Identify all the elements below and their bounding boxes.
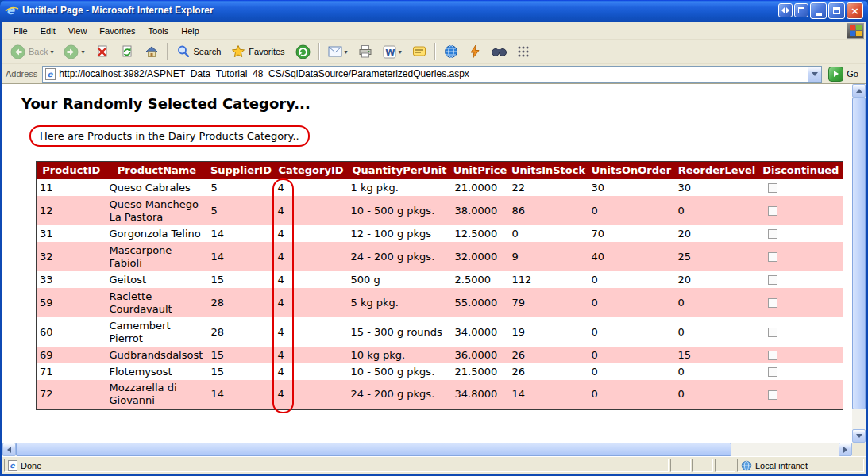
status-page-icon: e bbox=[8, 460, 17, 471]
discontinued-checkbox bbox=[768, 183, 777, 193]
cell-productname: Flotemysost bbox=[106, 363, 208, 380]
menu-item-edit[interactable]: Edit bbox=[34, 24, 62, 38]
cell-productname: Camembert Pierrot bbox=[106, 317, 208, 347]
cell-supplierid: 14 bbox=[208, 242, 275, 271]
menu-item-file[interactable]: File bbox=[7, 24, 34, 38]
cell-unitsinstock: 9 bbox=[509, 242, 588, 271]
forward-button[interactable]: ▾ bbox=[59, 41, 89, 62]
browser-window: e Untitled Page - Microsoft Internet Exp… bbox=[0, 0, 868, 476]
go-arrow-icon bbox=[828, 67, 843, 82]
cell-unitsinstock: 79 bbox=[509, 288, 588, 317]
cell-categoryid: 4 bbox=[275, 363, 348, 380]
stop-button[interactable] bbox=[91, 41, 114, 62]
minimize-button[interactable] bbox=[810, 2, 827, 19]
cell-unitsonorder: 30 bbox=[588, 179, 675, 196]
title-extra-arrows-button[interactable] bbox=[778, 3, 793, 17]
go-button[interactable]: Go bbox=[827, 65, 862, 83]
vertical-scroll-thumb[interactable] bbox=[852, 98, 866, 409]
cell-categoryid: 4 bbox=[275, 179, 348, 196]
status-spacer-panel bbox=[715, 459, 735, 472]
cell-productname: Gudbrandsdalsost bbox=[106, 347, 208, 363]
cell-unitprice: 12.5000 bbox=[452, 225, 509, 242]
back-dropdown-icon[interactable]: ▾ bbox=[50, 48, 53, 56]
scroll-left-button[interactable] bbox=[2, 443, 16, 456]
discontinued-checkbox bbox=[768, 367, 777, 377]
status-bar: e Done Local intranet bbox=[2, 456, 866, 474]
internet-explorer-icon: e bbox=[5, 3, 19, 17]
cell-categoryid: 4 bbox=[275, 347, 348, 363]
refresh-button[interactable] bbox=[115, 41, 139, 62]
menu-item-tools[interactable]: Tools bbox=[142, 24, 176, 38]
discontinued-checkbox bbox=[768, 275, 777, 285]
column-header-unitsinstock: UnitsInStock bbox=[509, 162, 588, 180]
mail-dropdown-icon[interactable]: ▾ bbox=[345, 48, 348, 56]
menu-item-view[interactable]: View bbox=[62, 24, 94, 38]
title-extra-window-button[interactable] bbox=[794, 3, 808, 17]
address-input[interactable]: e http://localhost:3982/ASPNET_Data_Tuto… bbox=[42, 66, 822, 83]
forward-arrow-icon bbox=[64, 44, 79, 60]
cell-quantityperunit: 15 - 300 g rounds bbox=[348, 317, 452, 347]
table-row: 31Gorgonzola Telino14412 - 100 g pkgs12.… bbox=[37, 225, 843, 242]
discontinued-checkbox bbox=[768, 351, 777, 360]
cell-unitsonorder: 40 bbox=[588, 242, 675, 271]
horizontal-scroll-track[interactable] bbox=[16, 443, 839, 456]
cell-quantityperunit: 5 kg pkg. bbox=[348, 288, 452, 317]
cell-productid: 11 bbox=[37, 179, 106, 196]
vertical-scrollbar[interactable] bbox=[852, 84, 866, 443]
forward-dropdown-icon[interactable]: ▾ bbox=[81, 48, 84, 56]
cell-productname: Raclette Courdavault bbox=[106, 288, 208, 317]
addon-lightning-button[interactable] bbox=[464, 41, 486, 62]
cell-quantityperunit: 24 - 200 g pkgs. bbox=[348, 242, 452, 271]
close-button[interactable]: × bbox=[847, 2, 863, 19]
discuss-icon bbox=[412, 45, 426, 58]
addon-links-button[interactable] bbox=[512, 41, 534, 62]
home-button[interactable] bbox=[140, 41, 164, 62]
addon-globe-button[interactable] bbox=[439, 41, 463, 62]
maximize-button[interactable] bbox=[828, 2, 845, 19]
horizontal-scroll-thumb[interactable] bbox=[16, 443, 731, 456]
discontinued-checkbox bbox=[768, 229, 777, 239]
zone-label: Local intranet bbox=[755, 461, 808, 470]
scroll-right-button[interactable] bbox=[839, 443, 852, 456]
cell-unitsonorder: 0 bbox=[588, 271, 675, 288]
horizontal-scrollbar[interactable] bbox=[2, 443, 852, 456]
back-button[interactable]: Back ▾ bbox=[6, 41, 58, 62]
favorites-button[interactable]: Favorites bbox=[226, 41, 289, 62]
vertical-scroll-track[interactable] bbox=[852, 98, 866, 429]
cell-quantityperunit: 12 - 100 g pkgs bbox=[348, 225, 452, 242]
cell-productname: Mozzarella di Giovanni bbox=[106, 380, 208, 409]
address-label: Address bbox=[6, 69, 37, 79]
print-button[interactable] bbox=[353, 41, 377, 62]
cell-unitprice: 55.0000 bbox=[452, 288, 509, 317]
mail-button[interactable]: ▾ bbox=[323, 41, 353, 62]
address-dropdown-button[interactable] bbox=[808, 67, 821, 82]
scroll-down-button[interactable] bbox=[852, 429, 866, 443]
search-icon bbox=[176, 44, 191, 59]
search-button[interactable]: Search bbox=[172, 41, 226, 62]
cell-reorderlevel: 0 bbox=[675, 363, 759, 380]
edit-dropdown-icon[interactable]: ▾ bbox=[399, 48, 402, 56]
lightning-icon bbox=[469, 44, 481, 59]
security-zone-panel: Local intranet bbox=[737, 459, 864, 472]
table-row: 71Flotemysost15410 - 500 g pkgs.21.50002… bbox=[37, 363, 843, 380]
cell-unitprice: 2.5000 bbox=[452, 271, 509, 288]
status-spacer-panel bbox=[670, 459, 691, 472]
column-header-unitprice: UnitPrice bbox=[452, 162, 509, 180]
cell-unitsonorder: 0 bbox=[588, 363, 675, 380]
standard-toolbar: Back ▾ ▾ bbox=[2, 40, 866, 64]
menu-item-favorites[interactable]: Favorites bbox=[93, 24, 141, 38]
scroll-up-button[interactable] bbox=[852, 84, 866, 98]
cell-categoryid: 4 bbox=[275, 380, 348, 409]
column-header-quantityperunit: QuantityPerUnit bbox=[348, 162, 452, 180]
discuss-button[interactable] bbox=[407, 41, 431, 62]
cell-reorderlevel: 20 bbox=[675, 225, 759, 242]
history-button[interactable] bbox=[291, 41, 315, 62]
menu-item-help[interactable]: Help bbox=[175, 24, 206, 38]
column-header-supplierid: SupplierID bbox=[208, 162, 275, 180]
cell-unitprice: 21.5000 bbox=[452, 363, 509, 380]
cell-unitsonorder: 0 bbox=[588, 317, 675, 347]
edit-with-word-button[interactable]: W ▾ bbox=[378, 41, 407, 62]
addon-research-button[interactable] bbox=[487, 41, 511, 62]
arrow-right-icon bbox=[843, 447, 847, 453]
cell-discontinued bbox=[759, 242, 843, 271]
